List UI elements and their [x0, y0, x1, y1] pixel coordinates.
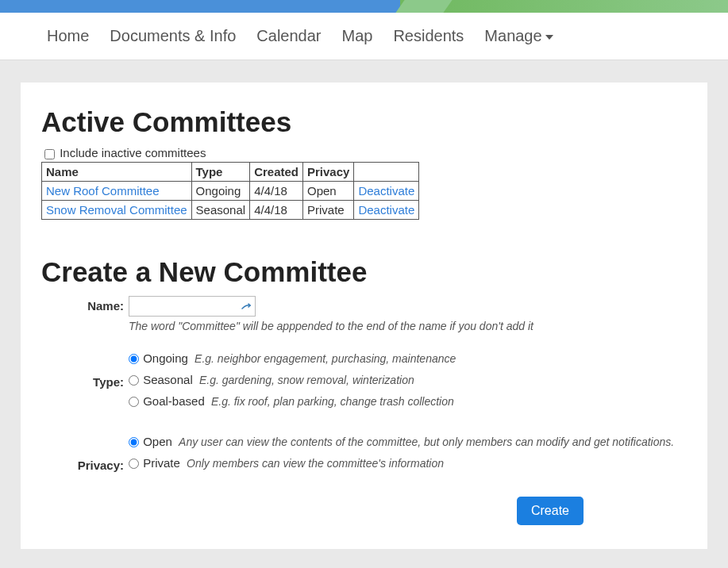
type-seasonal-radio[interactable] [129, 375, 139, 386]
type-goal-label: Goal-based [143, 394, 205, 408]
committee-type: Seasonal [191, 200, 250, 219]
chevron-down-icon [545, 35, 553, 40]
nav-calendar[interactable]: Calendar [246, 21, 331, 52]
type-ongoing-radio[interactable] [129, 354, 139, 364]
name-row: Name: The word "Committee" will be apppe… [41, 296, 687, 332]
nav-manage[interactable]: Manage [474, 21, 563, 52]
committee-privacy: Open [302, 181, 353, 200]
create-committee-heading: Create a New Committee [41, 256, 687, 288]
privacy-private-radio[interactable] [129, 459, 139, 469]
type-seasonal-label: Seasonal [143, 373, 193, 386]
committee-name-link[interactable]: Snow Removal Committee [46, 203, 187, 217]
deactivate-link[interactable]: Deactivate [358, 184, 414, 198]
include-inactive-wrapper[interactable]: Include inactive committees [41, 146, 206, 159]
col-name: Name [42, 162, 192, 181]
nav-manage-label: Manage [484, 27, 541, 44]
committee-name-input[interactable] [129, 296, 256, 317]
committees-card: Active Committees Include inactive commi… [21, 83, 707, 549]
main-navbar: Home Documents & Info Calendar Map Resid… [0, 13, 728, 60]
privacy-private-label: Private [143, 456, 180, 470]
col-privacy: Privacy [302, 162, 353, 181]
nav-documents[interactable]: Documents & Info [99, 21, 246, 52]
deactivate-link[interactable]: Deactivate [358, 203, 414, 217]
privacy-row: Privacy: Open Any user can view the cont… [41, 435, 687, 478]
col-created: Created [250, 162, 303, 181]
privacy-open-radio[interactable] [129, 437, 139, 447]
type-seasonal-desc: E.g. gardening, snow removal, winterizat… [199, 374, 414, 386]
committee-name-link[interactable]: New Roof Committee [46, 184, 160, 198]
table-row: Snow Removal Committee Seasonal 4/4/18 P… [42, 200, 419, 219]
nav-residents[interactable]: Residents [383, 21, 474, 52]
top-accent-bar [0, 0, 728, 13]
include-inactive-label: Include inactive committees [60, 146, 206, 159]
create-button[interactable]: Create [517, 497, 584, 525]
type-ongoing-label: Ongoing [143, 351, 188, 365]
committee-created: 4/4/18 [250, 181, 303, 200]
committee-privacy: Private [302, 200, 353, 219]
type-ongoing-desc: E.g. neighbor engagement, purchasing, ma… [195, 352, 456, 365]
table-header-row: Name Type Created Privacy [42, 162, 419, 181]
committee-created: 4/4/18 [250, 200, 303, 219]
name-hint: The word "Committee" will be apppended t… [129, 320, 687, 332]
active-committees-heading: Active Committees [41, 106, 687, 138]
type-row: Type: Ongoing E.g. neighbor engagement, … [41, 351, 687, 416]
col-action [354, 162, 419, 181]
type-label: Type: [41, 351, 129, 389]
privacy-open-desc: Any user can view the contents of the co… [179, 436, 674, 448]
include-inactive-checkbox[interactable] [44, 149, 55, 159]
privacy-label: Privacy: [41, 435, 129, 472]
committees-table: Name Type Created Privacy New Roof Commi… [41, 162, 419, 220]
type-goal-desc: E.g. fix roof, plan parking, change tras… [211, 395, 454, 408]
nav-home[interactable]: Home [37, 21, 99, 52]
name-label: Name: [41, 296, 129, 313]
table-row: New Roof Committee Ongoing 4/4/18 Open D… [42, 181, 419, 200]
col-type: Type [191, 162, 250, 181]
type-goal-radio[interactable] [129, 397, 139, 407]
privacy-private-desc: Only members can view the committee's in… [187, 457, 444, 470]
privacy-open-label: Open [143, 435, 172, 448]
committee-type: Ongoing [191, 181, 250, 200]
nav-map[interactable]: Map [332, 21, 383, 52]
